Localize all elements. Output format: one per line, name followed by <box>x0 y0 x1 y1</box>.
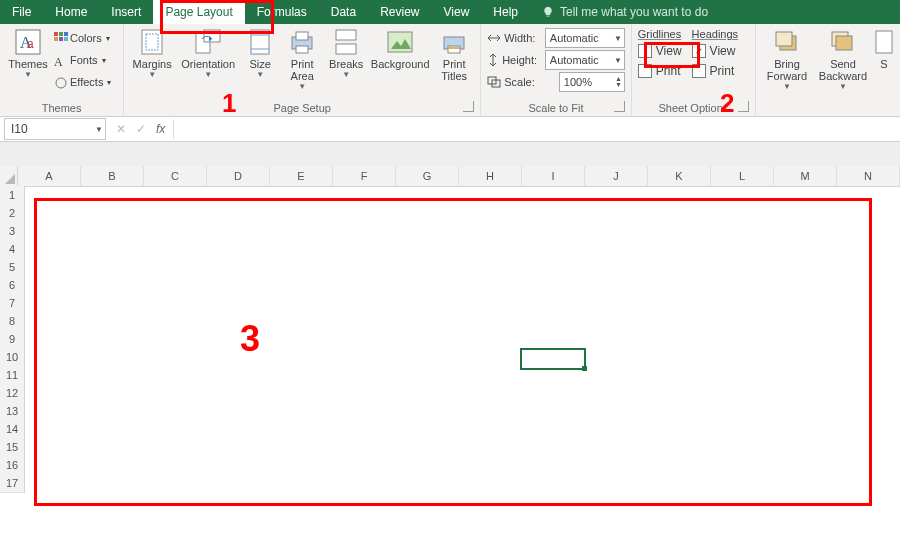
height-icon <box>487 53 499 67</box>
row-header[interactable]: 2 <box>0 204 25 223</box>
tab-formulas[interactable]: Formulas <box>245 0 319 24</box>
chevron-down-icon: ▾ <box>107 78 111 87</box>
column-header[interactable]: I <box>522 166 585 187</box>
tell-me-label: Tell me what you want to do <box>560 5 708 19</box>
headings-view-label: View <box>710 44 736 58</box>
headings-view-checkbox[interactable]: ✓ View <box>692 42 738 60</box>
tab-data[interactable]: Data <box>319 0 368 24</box>
dialog-launcher-icon[interactable] <box>614 101 625 112</box>
tab-review[interactable]: Review <box>368 0 431 24</box>
tab-home[interactable]: Home <box>43 0 99 24</box>
tab-insert[interactable]: Insert <box>99 0 153 24</box>
svg-text:A: A <box>54 55 63 68</box>
row-header[interactable]: 11 <box>0 366 25 385</box>
group-title-scale-to-fit: Scale to Fit <box>487 100 625 114</box>
column-header[interactable]: E <box>270 166 333 187</box>
theme-colors-button[interactable]: Colors ▾ <box>54 28 111 48</box>
column-header[interactable]: F <box>333 166 396 187</box>
name-box[interactable]: I10 ▼ <box>4 118 106 140</box>
selection-pane-button[interactable]: S <box>874 28 894 70</box>
dialog-launcher-icon[interactable] <box>738 101 749 112</box>
row-header[interactable]: 1 <box>0 186 25 205</box>
size-label: Size <box>249 58 270 70</box>
column-header[interactable]: B <box>81 166 144 187</box>
print-titles-icon <box>440 28 468 56</box>
checkbox-icon <box>638 44 652 58</box>
svg-rect-7 <box>59 37 63 41</box>
theme-fonts-button[interactable]: A Fonts ▾ <box>54 50 111 70</box>
scale-spinner[interactable]: 100% ▲ ▼ <box>559 72 625 92</box>
column-header[interactable]: K <box>648 166 711 187</box>
formula-bar-area: I10 ▼ ✕ ✓ fx <box>0 117 900 168</box>
gridlines-view-checkbox[interactable]: View <box>638 42 682 60</box>
gridlines-print-checkbox[interactable]: Print <box>638 62 682 80</box>
spinner-down-icon[interactable]: ▼ <box>615 82 622 88</box>
height-select[interactable]: Automatic ▼ <box>545 50 625 70</box>
svg-rect-28 <box>448 47 460 49</box>
row-header[interactable]: 13 <box>0 402 25 421</box>
print-titles-button[interactable]: Print Titles <box>434 28 474 82</box>
tab-view[interactable]: View <box>432 0 482 24</box>
bring-forward-button[interactable]: Bring Forward ▼ <box>762 28 812 90</box>
breaks-icon <box>332 28 360 56</box>
row-header[interactable]: 17 <box>0 474 25 493</box>
tab-file[interactable]: File <box>0 0 43 24</box>
breaks-button[interactable]: Breaks ▼ <box>326 28 366 78</box>
row-header[interactable]: 10 <box>0 348 25 367</box>
chevron-down-icon: ▼ <box>298 84 306 90</box>
background-button[interactable]: Background <box>370 28 430 70</box>
row-header[interactable]: 12 <box>0 384 25 403</box>
row-header[interactable]: 4 <box>0 240 25 259</box>
column-header[interactable]: N <box>837 166 900 187</box>
column-header[interactable]: D <box>207 166 270 187</box>
margins-button[interactable]: Margins ▼ <box>130 28 174 78</box>
column-header[interactable]: M <box>774 166 837 187</box>
row-header[interactable]: 7 <box>0 294 25 313</box>
group-title-page-setup: Page Setup <box>130 100 474 114</box>
height-value: Automatic <box>550 54 599 66</box>
headings-print-checkbox[interactable]: Print <box>692 62 738 80</box>
dialog-launcher-icon[interactable] <box>463 101 474 112</box>
row-header[interactable]: 5 <box>0 258 25 277</box>
themes-button[interactable]: Aa Themes ▼ <box>6 28 50 78</box>
cancel-icon[interactable]: ✕ <box>116 122 126 136</box>
tell-me-search[interactable]: Tell me what you want to do <box>530 0 720 24</box>
column-header[interactable]: H <box>459 166 522 187</box>
fonts-label: Fonts <box>70 54 98 66</box>
group-title-themes: Themes <box>6 100 117 114</box>
worksheet-grid[interactable]: ABCDEFGHIJKLMN 1234567891011121314151617 <box>0 166 900 558</box>
theme-effects-button[interactable]: Effects ▾ <box>54 72 111 92</box>
print-area-icon <box>288 28 316 56</box>
width-select[interactable]: Automatic ▼ <box>545 28 625 48</box>
gridlines-view-label: View <box>656 44 682 58</box>
row-header[interactable]: 9 <box>0 330 25 349</box>
formula-input[interactable] <box>173 119 900 139</box>
row-header[interactable]: 15 <box>0 438 25 457</box>
send-backward-button[interactable]: Send Backward ▼ <box>816 28 870 90</box>
svg-rect-23 <box>336 44 356 54</box>
headings-header: Headings <box>692 28 738 40</box>
column-header[interactable]: C <box>144 166 207 187</box>
group-title-arrange <box>762 112 894 114</box>
select-all-corner[interactable] <box>0 166 18 187</box>
row-header[interactable]: 6 <box>0 276 25 295</box>
column-header[interactable]: J <box>585 166 648 187</box>
column-header[interactable]: L <box>711 166 774 187</box>
chevron-down-icon: ▼ <box>24 72 32 78</box>
column-header[interactable]: A <box>18 166 81 187</box>
tab-page-layout[interactable]: Page Layout <box>153 0 244 24</box>
row-header[interactable]: 14 <box>0 420 25 439</box>
orientation-button[interactable]: Orientation ▼ <box>178 28 238 78</box>
row-header[interactable]: 8 <box>0 312 25 331</box>
print-area-button[interactable]: Print Area ▼ <box>282 28 322 90</box>
tab-help[interactable]: Help <box>481 0 530 24</box>
chevron-down-icon: ▾ <box>106 34 110 43</box>
row-header[interactable]: 16 <box>0 456 25 475</box>
column-header[interactable]: G <box>396 166 459 187</box>
row-header[interactable]: 3 <box>0 222 25 241</box>
scale-icon <box>487 76 501 88</box>
fx-icon[interactable]: fx <box>156 122 165 136</box>
enter-icon[interactable]: ✓ <box>136 122 146 136</box>
svg-rect-8 <box>64 37 68 41</box>
size-button[interactable]: Size ▼ <box>242 28 278 78</box>
